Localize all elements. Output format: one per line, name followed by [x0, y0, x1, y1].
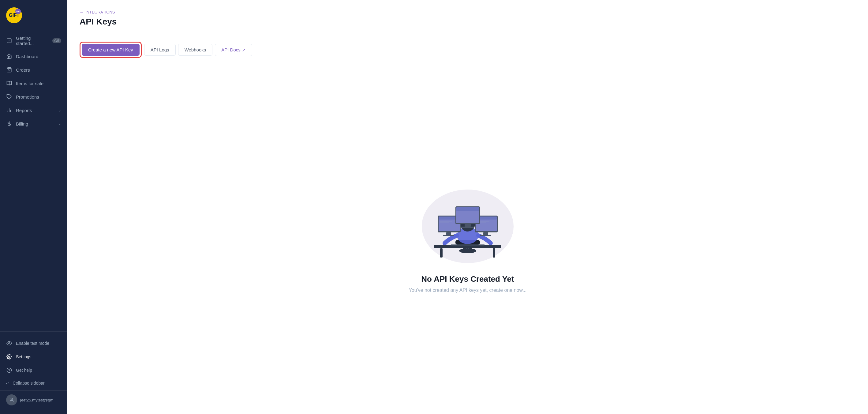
sidebar-item-label: Orders — [16, 67, 30, 72]
sidebar-item-get-help[interactable]: Get help — [0, 363, 67, 377]
svg-point-11 — [11, 398, 12, 400]
sidebar-bottom: Enable test mode Settings Get help ‹‹ Co… — [0, 331, 67, 414]
tab-api-docs[interactable]: API Docs ↗ — [215, 44, 252, 56]
logo-up-text: UP! — [15, 8, 21, 14]
sidebar-item-settings[interactable]: Settings — [0, 350, 67, 363]
svg-rect-40 — [465, 224, 471, 227]
svg-rect-14 — [440, 248, 442, 258]
home-icon — [6, 53, 12, 59]
sidebar-item-label: Billing — [16, 121, 28, 126]
page-title: API Keys — [80, 17, 856, 27]
illustration — [416, 179, 520, 265]
collapse-sidebar-button[interactable]: ‹‹ Collapse sidebar — [0, 377, 67, 389]
book-open-icon — [6, 80, 12, 86]
svg-point-19 — [459, 248, 476, 253]
sidebar-item-label: Settings — [16, 354, 32, 359]
sidebar-item-reports[interactable]: Reports ⌄ — [0, 104, 67, 117]
page-header: ← INTEGRATIONS API Keys — [67, 0, 868, 34]
sidebar-item-items-for-sale[interactable]: Items for sale — [0, 77, 67, 90]
highlighted-tab-wrapper: Create a new API Key — [80, 42, 142, 58]
svg-rect-29 — [443, 235, 454, 236]
logo-area: GIFT UP! — [0, 0, 67, 29]
sidebar-item-label: Reports — [16, 108, 32, 113]
sidebar-item-label: Dashboard — [16, 54, 38, 59]
empty-state-title: No API Keys Created Yet — [421, 274, 514, 284]
sidebar-item-dashboard[interactable]: Dashboard — [0, 50, 67, 63]
svg-rect-28 — [446, 232, 451, 235]
dollar-sign-icon — [6, 121, 12, 127]
sidebar-item-label: Get help — [16, 368, 32, 373]
sidebar-item-billing[interactable]: Billing ⌄ — [0, 117, 67, 130]
main-content: ← INTEGRATIONS API Keys Create a new API… — [67, 0, 868, 414]
svg-point-7 — [8, 343, 10, 344]
svg-rect-41 — [461, 227, 474, 228]
chevron-down-icon: ⌄ — [58, 122, 61, 126]
tab-webhooks[interactable]: Webhooks — [178, 44, 213, 56]
svg-rect-36 — [480, 235, 491, 236]
sidebar-item-orders[interactable]: Orders — [0, 63, 67, 77]
svg-rect-35 — [483, 232, 488, 235]
shopping-bag-icon — [6, 67, 12, 73]
svg-rect-42 — [451, 244, 485, 245]
svg-point-8 — [8, 356, 10, 358]
chevron-down-icon: ⌄ — [58, 108, 61, 112]
settings-icon — [6, 354, 12, 360]
sidebar-item-label: Getting started... — [16, 35, 48, 46]
sidebar-item-label: Promotions — [16, 94, 39, 99]
nav-badge: 0/5 — [52, 38, 61, 43]
empty-state-area: No API Keys Created Yet You've not creat… — [67, 58, 868, 414]
user-section[interactable]: jeet25.mytest@gm — [0, 390, 67, 409]
bar-chart-icon — [6, 107, 12, 113]
tag-icon — [6, 94, 12, 100]
breadcrumb-arrow: ← — [80, 10, 84, 14]
tab-api-logs[interactable]: API Logs — [144, 44, 176, 56]
avatar — [6, 394, 17, 406]
sidebar-item-label: Enable test mode — [16, 341, 49, 346]
sidebar-item-getting-started[interactable]: Getting started... 0/5 — [0, 32, 67, 50]
collapse-label: Collapse sidebar — [12, 381, 44, 386]
svg-rect-15 — [493, 248, 495, 258]
help-circle-icon — [6, 367, 12, 373]
sidebar-item-label: Items for sale — [16, 81, 43, 86]
breadcrumb: ← INTEGRATIONS — [80, 10, 856, 14]
tabs-bar: Create a new API Key API Logs Webhooks A… — [67, 34, 868, 58]
sidebar-item-promotions[interactable]: Promotions — [0, 90, 67, 104]
eye-icon — [6, 340, 12, 346]
breadcrumb-label: INTEGRATIONS — [85, 10, 115, 14]
user-email: jeet25.mytest@gm — [20, 398, 54, 402]
empty-state-subtitle: You've not created any API keys yet, cre… — [409, 288, 527, 293]
sidebar-nav: Getting started... 0/5 Dashboard Orders … — [0, 29, 67, 331]
logo-badge: GIFT UP! — [6, 7, 22, 23]
sidebar: GIFT UP! Getting started... 0/5 Dashboar… — [0, 0, 67, 414]
file-icon — [6, 38, 12, 44]
tab-create-api-key[interactable]: Create a new API Key — [82, 44, 140, 56]
svg-rect-39 — [456, 207, 479, 211]
collapse-left-icon: ‹‹ — [6, 381, 9, 386]
sidebar-item-enable-test-mode[interactable]: Enable test mode — [0, 336, 67, 350]
